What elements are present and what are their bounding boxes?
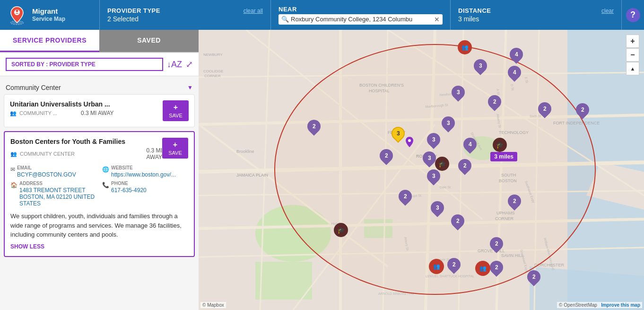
near-input[interactable]: [291, 16, 432, 23]
provider-details-2: ✉ EMAIL BCYF@BOSTON.GOV 🌐 WEBSITE: [10, 165, 188, 207]
address-icon: 🏠: [10, 182, 17, 188]
map-pin-1[interactable]: 4: [510, 48, 523, 61]
map-pin-15[interactable]: 3: [427, 169, 440, 183]
miles-label: 3 miles: [490, 152, 517, 161]
email-icon: ✉: [10, 166, 15, 173]
sort-label[interactable]: SORTED BY : PROVIDER TYPE: [6, 58, 163, 71]
sidebar-tabs: SERVICE PROVIDERS SAVED: [0, 30, 199, 53]
address-value: 1483 TREMONT STREET BOSTON, MA 02120 UNI…: [19, 187, 96, 207]
near-filter[interactable]: NEAR 🔍 ✕: [270, 0, 450, 30]
map-pin-8[interactable]: 2: [576, 103, 589, 116]
map-pin-12[interactable]: 2: [380, 149, 393, 162]
svg-text:JAMAICA PLAIN: JAMAICA PLAIN: [236, 173, 268, 177]
icon-pin-maroon-1[interactable]: 🎓: [493, 138, 507, 152]
map-pin-11[interactable]: 4: [463, 138, 477, 151]
category-arrow-icon: ▼: [187, 84, 193, 91]
distance-filter[interactable]: DISTANCE clear 3 miles: [450, 0, 621, 30]
provider-type-clear[interactable]: clear all: [244, 8, 263, 14]
osm-credit: © OpenStreetMap Improve this map: [557, 302, 642, 308]
tab-saved[interactable]: SAVED: [99, 30, 199, 52]
phone-detail: 📞 PHONE 617-635-4920: [102, 181, 188, 207]
map-pin-17[interactable]: 2: [508, 195, 521, 208]
map-pin-14[interactable]: 2: [458, 159, 471, 172]
phone-value[interactable]: 617-635-4920: [111, 187, 147, 194]
provider-meta-2: 👥 COMMUNITY CENTER 0.3 mi away: [10, 147, 162, 160]
icon-pin-maroon-3[interactable]: 🎓: [334, 223, 348, 237]
icon-pin-maroon-2[interactable]: 🎓: [435, 157, 449, 171]
provider-type-filter[interactable]: PROVIDER TYPE clear all 2 Selected: [99, 0, 270, 30]
save-button-1[interactable]: + SAVE: [163, 100, 189, 121]
provider-card-1[interactable]: Unitarian Universalists Urban ... 👥 COMM…: [4, 94, 195, 127]
provider-distance-1: 0.3 mi away: [81, 110, 114, 116]
svg-text:NEWBURY: NEWBURY: [203, 53, 223, 57]
provider-type-label-2: COMMUNITY CENTER: [20, 151, 75, 157]
map-pin-16[interactable]: 2: [399, 190, 412, 203]
svg-point-2: [16, 9, 18, 12]
provider-type-value: 2 Selected: [107, 15, 263, 23]
icon-pin-red-3[interactable]: 👥: [475, 261, 490, 276]
provider-meta-1: 👥 COMMUNITY ... 0.3 mi away: [10, 110, 114, 116]
map-pin-2[interactable]: 3: [474, 59, 487, 72]
provider-list: Community Center ▼ Unitarian Universalis…: [0, 76, 199, 310]
map-pin-13[interactable]: 3: [423, 151, 436, 165]
svg-text:Brookline: Brookline: [236, 149, 254, 154]
map-pin-20[interactable]: 2: [490, 237, 503, 250]
map-pin-22[interactable]: 2: [490, 261, 503, 274]
map-area[interactable]: JAMAICA PLAIN ROXBURY FENWAY BOSTON CHIL…: [199, 30, 644, 310]
sort-expand-icon[interactable]: ⤢: [186, 59, 193, 70]
show-less-button[interactable]: SHOW LESS: [10, 243, 44, 250]
sort-bar: SORTED BY : PROVIDER TYPE ↓AZ ⤢: [0, 53, 199, 76]
mapbox-credit: © Mapbox: [200, 302, 226, 308]
map-pin-23[interactable]: 2: [527, 270, 540, 283]
sort-az-icon[interactable]: ↓AZ: [167, 60, 182, 70]
near-clear-icon[interactable]: ✕: [434, 16, 440, 23]
zoom-out-button[interactable]: −: [626, 48, 639, 62]
map-pin-6[interactable]: 2: [538, 102, 551, 115]
map-pin-yellow[interactable]: 3: [392, 127, 405, 140]
svg-point-61: [408, 139, 411, 142]
help-button[interactable]: ?: [621, 0, 644, 30]
tab-service-providers[interactable]: SERVICE PROVIDERS: [0, 30, 99, 52]
location-pin: [406, 137, 413, 149]
map-pin-3[interactable]: 4: [508, 66, 521, 79]
map-pin-19[interactable]: 2: [451, 214, 464, 228]
distance-clear[interactable]: clear: [601, 8, 614, 14]
category-community-center[interactable]: Community Center ▼: [4, 81, 195, 94]
zoom-in-button[interactable]: +: [626, 35, 639, 48]
logo-subtitle: Service Map: [32, 16, 65, 22]
address-detail: 🏠 ADDRESS 1483 TREMONT STREET BOSTON, MA…: [10, 181, 96, 207]
map-pin-4[interactable]: 3: [452, 86, 465, 99]
map-pin-18[interactable]: 3: [431, 201, 444, 214]
provider-distance-2: 0.3 mi away: [146, 147, 162, 160]
improve-map-link[interactable]: Improve this map: [601, 302, 640, 308]
save-button-2[interactable]: + SAVE: [162, 138, 188, 159]
near-input-wrap: 🔍 ✕: [278, 14, 443, 25]
provider-type-label: PROVIDER TYPE: [107, 7, 160, 14]
distance-value: 3 miles: [458, 15, 614, 23]
distance-label: DISTANCE: [458, 7, 491, 14]
map-controls: + − ▲: [626, 35, 639, 75]
near-label: NEAR: [278, 6, 297, 13]
email-value[interactable]: BCYF@BOSTON.GOV: [17, 171, 76, 178]
map-pin-7[interactable]: 3: [442, 116, 455, 130]
provider-name-2: Boston Centers for Youth & Families: [10, 138, 158, 145]
map-pin-10[interactable]: 3: [427, 133, 440, 146]
main-content: SERVICE PROVIDERS SAVED SORTED BY : PROV…: [0, 30, 644, 310]
svg-text:COOLIDGE: COOLIDGE: [203, 69, 223, 73]
icon-pin-red-1[interactable]: 👥: [458, 40, 472, 54]
provider-type-label-1: COMMUNITY ...: [19, 110, 57, 116]
help-icon: ?: [626, 8, 640, 22]
website-value[interactable]: https://www.boston.gov/...: [111, 171, 176, 178]
map-pin-9[interactable]: 2: [307, 120, 321, 133]
header: Migrant Service Map PROVIDER TYPE clear …: [0, 0, 644, 30]
map-pin-5[interactable]: 2: [488, 95, 501, 108]
logo-icon: [6, 4, 28, 27]
provider-type-icon-1: 👥: [10, 110, 17, 116]
reset-north-button[interactable]: ▲: [626, 62, 639, 75]
provider-card-2[interactable]: Boston Centers for Youth & Families 👥 CO…: [4, 131, 195, 257]
icon-pin-red-2[interactable]: 👥: [429, 259, 444, 274]
logo-area: Migrant Service Map: [0, 0, 99, 30]
sidebar: SERVICE PROVIDERS SAVED SORTED BY : PROV…: [0, 30, 199, 310]
map-pin-21[interactable]: 2: [447, 258, 461, 271]
website-detail: 🌐 WEBSITE https://www.boston.gov/...: [102, 165, 188, 178]
